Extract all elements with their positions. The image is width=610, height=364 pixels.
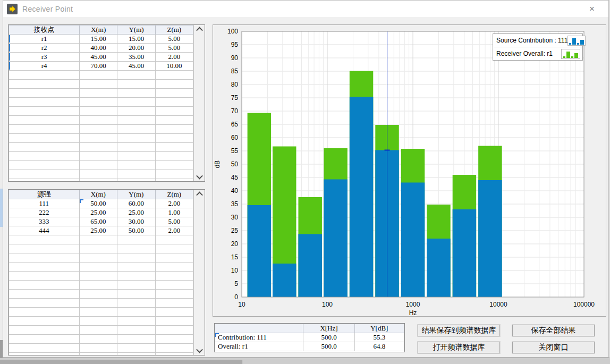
- table-cell[interactable]: [79, 263, 117, 272]
- table-cell[interactable]: [79, 344, 117, 353]
- table-cell[interactable]: [79, 253, 117, 263]
- table-cell[interactable]: [117, 326, 156, 335]
- table-cell[interactable]: [9, 152, 80, 161]
- table-cell[interactable]: [79, 308, 117, 317]
- table-cell[interactable]: 2.00: [155, 226, 193, 235]
- table-cell[interactable]: [9, 89, 80, 98]
- cursor-readout-table[interactable]: X[Hz]Y[dB]Contribution: 111500.055.3Over…: [215, 324, 404, 351]
- table-cell[interactable]: [79, 299, 117, 308]
- table-cell[interactable]: 30.00: [117, 217, 156, 226]
- table-cell[interactable]: [117, 263, 156, 272]
- table-cell[interactable]: [79, 272, 117, 281]
- table-cell[interactable]: [117, 244, 156, 253]
- table-cell[interactable]: [117, 353, 156, 355]
- table-cell[interactable]: [9, 290, 80, 299]
- table-cell[interactable]: [117, 290, 156, 299]
- table-cell[interactable]: [155, 80, 193, 89]
- table-cell[interactable]: [9, 272, 80, 281]
- table-cell[interactable]: [155, 308, 193, 317]
- table-cell[interactable]: 20.00: [117, 44, 155, 53]
- table-cell[interactable]: [9, 299, 80, 308]
- table-cell[interactable]: [9, 308, 80, 317]
- table-cell[interactable]: [9, 80, 80, 89]
- save-all-results-button[interactable]: 保存全部结果: [512, 325, 595, 336]
- table-cell[interactable]: 500.0: [303, 333, 354, 342]
- table-cell[interactable]: [9, 143, 80, 152]
- table-cell[interactable]: [80, 134, 117, 143]
- table-cell[interactable]: 5.00: [155, 44, 193, 53]
- table-cell[interactable]: [9, 71, 80, 80]
- table-cell[interactable]: 60.00: [117, 199, 156, 208]
- table-cell[interactable]: [155, 290, 193, 299]
- table-cell[interactable]: [155, 244, 193, 253]
- legend-item-contribution[interactable]: Source Contribution : 111: [493, 34, 582, 47]
- table-cell[interactable]: [80, 89, 117, 98]
- table-cell[interactable]: [9, 179, 80, 182]
- table-cell[interactable]: [9, 263, 80, 272]
- table-cell[interactable]: [117, 107, 155, 116]
- table-cell[interactable]: [9, 253, 80, 263]
- table-cell[interactable]: [155, 335, 193, 344]
- table-cell[interactable]: [117, 89, 155, 98]
- table-cell[interactable]: [80, 125, 117, 134]
- table-cell[interactable]: 5.00: [155, 217, 193, 226]
- table-cell[interactable]: Contribution: 111: [215, 333, 303, 342]
- close-window-action-button[interactable]: 关闭窗口: [512, 342, 595, 353]
- table-cell[interactable]: [117, 152, 155, 161]
- table-cell[interactable]: [155, 125, 193, 134]
- table-cell[interactable]: [9, 244, 80, 253]
- table-cell[interactable]: [117, 281, 156, 290]
- table-cell[interactable]: 15.00: [80, 35, 117, 44]
- table-cell[interactable]: [155, 98, 193, 107]
- table-cell[interactable]: [117, 179, 155, 182]
- table-cell[interactable]: [117, 272, 156, 281]
- table-cell[interactable]: [117, 235, 156, 244]
- chart-legend[interactable]: Source Contribution : 111 Receiver Overa…: [493, 33, 583, 61]
- scroll-down-icon[interactable]: [194, 172, 205, 181]
- source-table[interactable]: 源强X(m)Y(m)Z(m)11150.0060.002.0022225.002…: [9, 190, 193, 355]
- table-cell[interactable]: [155, 281, 193, 290]
- table-cell[interactable]: r4: [9, 62, 80, 71]
- table-cell[interactable]: [155, 134, 193, 143]
- table-cell[interactable]: [155, 179, 193, 182]
- table-cell[interactable]: [80, 143, 117, 152]
- table-cell[interactable]: [79, 244, 117, 253]
- table-cell[interactable]: [117, 125, 155, 134]
- scroll-down-icon[interactable]: [194, 346, 205, 355]
- table-cell[interactable]: 70.00: [80, 62, 117, 71]
- table-cell[interactable]: 444: [9, 226, 80, 235]
- table-cell[interactable]: [80, 161, 117, 170]
- table-cell[interactable]: [155, 89, 193, 98]
- table-cell[interactable]: [9, 335, 80, 344]
- table-cell[interactable]: 45.00: [80, 53, 117, 62]
- table-cell[interactable]: [117, 170, 155, 179]
- table-cell[interactable]: 50.00: [79, 199, 117, 208]
- frequency-spectrum-chart[interactable]: 0510152025303540455055606570758085909510…: [213, 25, 606, 316]
- table-cell[interactable]: [117, 344, 156, 353]
- table-cell[interactable]: 111: [9, 199, 80, 208]
- table-cell[interactable]: 500.0: [303, 342, 354, 351]
- table-cell[interactable]: [155, 299, 193, 308]
- table-cell[interactable]: [155, 344, 193, 353]
- table-cell[interactable]: 65.00: [79, 217, 117, 226]
- table-cell[interactable]: [9, 317, 80, 326]
- table-cell[interactable]: [155, 116, 193, 125]
- table-cell[interactable]: [117, 116, 155, 125]
- table-cell[interactable]: [9, 116, 80, 125]
- table-cell[interactable]: [79, 353, 117, 355]
- table-cell[interactable]: 10.00: [155, 62, 193, 71]
- receiver-table-scrollbar[interactable]: [193, 25, 205, 181]
- table-cell[interactable]: [9, 170, 80, 179]
- open-spectrum-db-button[interactable]: 打开频谱数据库: [418, 342, 500, 353]
- table-cell[interactable]: [117, 161, 155, 170]
- table-cell[interactable]: 35.00: [117, 53, 155, 62]
- table-cell[interactable]: [155, 107, 193, 116]
- table-cell[interactable]: 25.00: [117, 208, 156, 217]
- table-cell[interactable]: [155, 143, 193, 152]
- table-cell[interactable]: 15.00: [117, 35, 155, 44]
- table-cell[interactable]: [9, 98, 80, 107]
- table-cell[interactable]: [155, 353, 193, 355]
- receiver-table[interactable]: 接收点X(m)Y(m)Z(m)r115.0015.005.00r240.0020…: [9, 25, 193, 181]
- table-cell[interactable]: 64.8: [354, 342, 404, 351]
- table-cell[interactable]: [9, 281, 80, 290]
